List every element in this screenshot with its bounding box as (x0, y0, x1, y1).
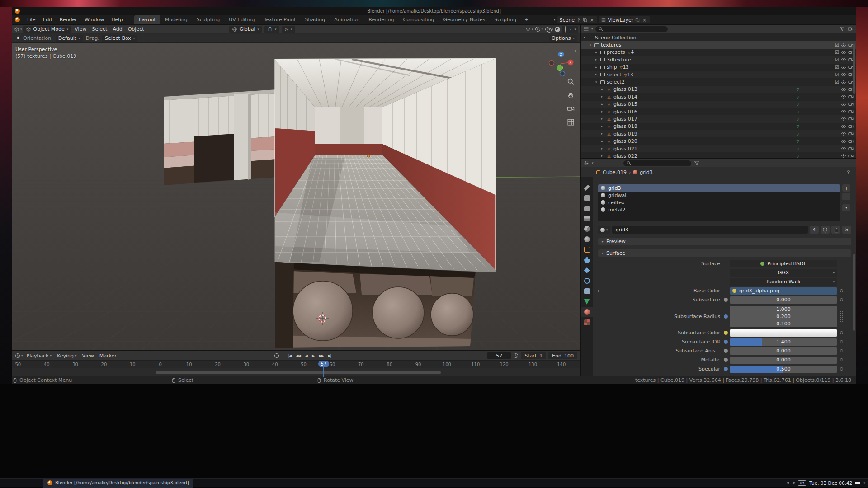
timeline-editor-icon[interactable] (15, 353, 20, 358)
subsurface-radius-z[interactable]: 0.100 (730, 320, 837, 327)
expand-caret-icon[interactable]: ▸ (601, 103, 606, 106)
transport-button[interactable]: ▶ (311, 354, 316, 358)
menu-item[interactable]: File (24, 15, 39, 24)
expand-caret-icon[interactable]: ▸ (601, 110, 606, 113)
expand-caret-icon[interactable]: ▸ (598, 289, 604, 293)
new-collection-icon[interactable] (848, 26, 853, 32)
hide-eye-icon[interactable] (841, 146, 846, 151)
tray-icon[interactable] (793, 482, 795, 484)
mode-dropdown[interactable]: Object Mode ▾ (23, 26, 71, 33)
copy-material-button[interactable] (831, 226, 840, 234)
outliner-editor-caret-icon[interactable]: ▾ (591, 27, 593, 31)
expand-caret-icon[interactable]: ▸ (601, 140, 606, 143)
decorator-dot-icon[interactable] (840, 289, 843, 292)
properties-editor-icon[interactable] (584, 160, 589, 166)
properties-tab[interactable] (581, 276, 593, 286)
subsurface-slider[interactable]: 0.000 (730, 296, 837, 304)
base-color-texture-field[interactable]: grid3_alpha.png (730, 287, 837, 295)
gizmos-toggle[interactable]: ▾ (535, 27, 543, 32)
remove-slot-button[interactable]: − (842, 193, 850, 200)
workspace-tab[interactable]: Shading (301, 15, 330, 24)
properties-tab[interactable] (581, 307, 593, 317)
expand-caret-icon[interactable]: ▸ (601, 88, 606, 91)
menu-item[interactable]: Window (81, 15, 108, 24)
subsurface-radius-x[interactable]: 1.000 (730, 306, 837, 313)
outliner-editor-icon[interactable] (584, 26, 589, 32)
outliner-row[interactable]: ▾ select2 ▽ ☑ (581, 78, 856, 85)
browse-scene-icon[interactable]: ▾ (554, 18, 556, 22)
outliner-row[interactable]: ▸ presets 4 ▽ ☑ (581, 49, 856, 56)
expand-caret-icon[interactable]: ▸ (601, 154, 606, 158)
copy-scene-icon[interactable] (583, 18, 587, 22)
timeline-menu-item[interactable]: Playback▾ (24, 353, 55, 359)
hide-eye-icon[interactable] (841, 80, 846, 85)
hide-eye-icon[interactable] (841, 94, 846, 99)
surface-shader-button[interactable]: Principled BSDF (730, 260, 837, 267)
outliner-row[interactable]: ▾ Scene Collection ▽ ☑ (581, 34, 856, 41)
metallic-slider[interactable]: 0.000 (730, 357, 837, 364)
outliner-row[interactable]: ▸ 3dtexture ▽ ☑ (581, 56, 856, 63)
viewport-menu-item[interactable]: Add (110, 26, 125, 32)
transport-button[interactable]: ◀ (304, 354, 309, 358)
material-slot[interactable]: metal2 (598, 206, 840, 213)
viewport-menu-item[interactable]: View (72, 26, 89, 32)
workspace-tab[interactable]: Animation (330, 15, 364, 24)
disable-camera-icon[interactable] (848, 109, 854, 114)
subsurface-color-swatch[interactable] (730, 329, 837, 337)
blender-menu-icon[interactable] (15, 17, 20, 22)
filter-icon[interactable] (840, 26, 845, 32)
active-tool-select-box-icon[interactable] (15, 36, 20, 41)
copy-view-layer-icon[interactable] (635, 18, 640, 22)
collection-checkbox[interactable]: ☑ (835, 42, 839, 47)
workspace-tab[interactable]: Compositing (399, 15, 439, 24)
workspace-tab[interactable]: Rendering (364, 15, 398, 24)
expand-caret-icon[interactable]: ▸ (601, 125, 606, 128)
preview-panel-header[interactable]: ▸ Preview (598, 238, 851, 245)
outliner-scrollbar[interactable] (853, 44, 855, 94)
pin-scene-icon[interactable] (576, 18, 581, 22)
viewport-menu-item[interactable]: Object (125, 26, 147, 32)
expand-caret-icon[interactable]: ▾ (595, 80, 600, 84)
menu-item[interactable]: Render (56, 15, 81, 24)
disable-camera-icon[interactable] (848, 116, 854, 122)
workspace-tab[interactable]: Scripting (490, 15, 521, 24)
sss-method-dropdown[interactable]: Random Walk▾ (730, 278, 837, 286)
drag-dropdown[interactable]: Select Box▾ (102, 35, 137, 42)
hide-eye-icon[interactable] (841, 109, 846, 114)
viewport-canvas[interactable]: User Perspective (57) textures | Cube.01… (12, 43, 580, 350)
taskbar-clock[interactable]: Tue, 03 Dec 06:42 (809, 480, 852, 486)
viewport-menu-item[interactable]: Select (89, 26, 110, 32)
workspace-tab[interactable]: UV Editing (224, 15, 259, 24)
material-users-button[interactable]: 4 (810, 226, 819, 234)
overlays-toggle[interactable]: ▾ (545, 27, 553, 32)
hide-eye-icon[interactable] (841, 153, 846, 158)
hide-eye-icon[interactable] (841, 57, 846, 62)
breadcrumb-material[interactable]: grid3 (640, 169, 653, 175)
shading-material-button[interactable] (570, 29, 571, 30)
decorator-dot-icon[interactable] (840, 340, 843, 343)
orientation-dropdown[interactable]: Default▾ (56, 35, 83, 42)
expand-caret-icon[interactable]: ▸ (595, 66, 600, 69)
auto-key-record-icon[interactable] (274, 353, 279, 358)
disable-camera-icon[interactable] (848, 131, 854, 136)
properties-tab[interactable] (581, 224, 593, 234)
outliner-row[interactable]: ▸ ship 13 ▽ ☑ (581, 64, 856, 71)
decorator-dot-icon[interactable] (840, 315, 843, 318)
expand-caret-icon[interactable]: ▸ (595, 51, 600, 54)
playback-clock-icon[interactable] (513, 353, 519, 358)
collection-checkbox[interactable]: ☑ (835, 57, 839, 62)
outliner-row[interactable]: ▸ glass.016 ▽ ☑ (581, 108, 856, 115)
surface-panel-header[interactable]: ▾ Surface (598, 249, 851, 257)
decorator-dot-icon[interactable] (840, 349, 843, 352)
hide-eye-icon[interactable] (841, 131, 846, 136)
properties-tab[interactable] (581, 286, 593, 296)
snap-toggle[interactable]: ▾ (264, 26, 279, 33)
view-layer-selector[interactable]: ViewLayer × (599, 16, 650, 23)
expand-caret-icon[interactable]: ▾ (584, 36, 589, 39)
orthographic-grid-icon[interactable] (567, 118, 575, 126)
zoom-icon[interactable] (567, 78, 575, 85)
keyboard-layout-indicator[interactable]: us (798, 480, 806, 486)
material-slot[interactable]: gridwall (598, 192, 840, 199)
collection-checkbox[interactable]: ☑ (835, 50, 839, 55)
hide-eye-icon[interactable] (841, 50, 846, 55)
